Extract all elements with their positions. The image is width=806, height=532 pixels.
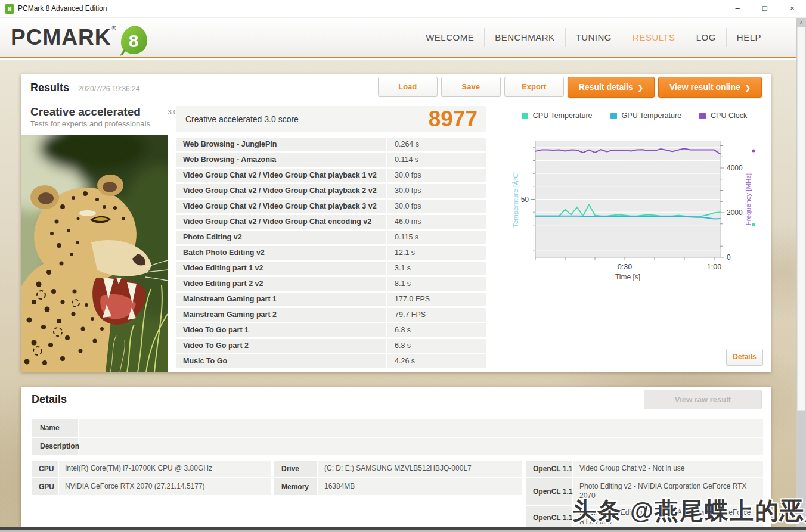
test-item-name: Photo Editing v2	[176, 231, 386, 244]
app-icon: 8	[5, 4, 14, 14]
test-header: 3.0 Creative accelerated Tests for exper…	[30, 105, 181, 128]
detail-label: Drive	[274, 461, 317, 477]
test-item-value: 79.7 FPS	[388, 308, 486, 322]
test-item-name: Video Editing part 1 v2	[176, 262, 386, 275]
details-button[interactable]: Details	[726, 349, 763, 366]
vertical-scrollbar[interactable]: ∧ ∨	[796, 18, 806, 527]
nav-item-welcome[interactable]: WELCOME	[416, 28, 484, 47]
minimize-button[interactable]: –	[724, 0, 751, 18]
export-button[interactable]: Export	[504, 77, 564, 97]
chevron-right-icon: ❯	[745, 84, 751, 91]
detail-row: GPUNVIDIA GeForce RTX 2070 (27.21.14.517…	[32, 478, 271, 495]
result-details-button[interactable]: Result details❯	[568, 77, 655, 98]
test-item-name: Mainstream Gaming part 2	[176, 308, 386, 322]
test-item-value: 8.1 s	[388, 277, 486, 291]
scrollbar-up-arrow[interactable]: ∧	[796, 18, 806, 27]
main-nav: WELCOMEBENCHMARKTUNINGRESULTSLOGHELP	[416, 18, 771, 57]
results-timestamp: 2020/7/26 19:36:24	[78, 85, 140, 93]
table-row: Web Browsing - JunglePin0.264 s	[176, 138, 486, 151]
legend-item: GPU Temperature	[610, 111, 682, 120]
svg-text:Frequency [MHz]: Frequency [MHz]	[745, 173, 752, 226]
results-card: Results 2020/7/26 19:36:24 Load Save Exp…	[21, 74, 771, 372]
leaf-8-icon: 8	[119, 25, 148, 58]
maximize-button[interactable]: □	[751, 0, 779, 18]
svg-text:Temperature [Â°C]: Temperature [Â°C]	[512, 171, 519, 228]
test-item-value: 30.0 fps	[388, 200, 486, 213]
system-column: CPUIntel(R) Core(TM) i7-10700K CPU @ 3.8…	[32, 461, 271, 496]
svg-text:1:00: 1:00	[707, 263, 721, 271]
window-bottom-edge-light	[0, 530, 806, 532]
detail-value: NVIDIA GeForce RTX 2070 (27.21.14.5177)	[59, 478, 271, 495]
table-row: Video Editing part 2 v28.1 s	[176, 277, 486, 291]
table-row: Video Group Chat v2 / Video Group Chat p…	[176, 200, 486, 213]
legend-item: CPU Temperature	[522, 111, 593, 120]
detail-value: Video Group Chat v2 - Not in use	[574, 461, 763, 477]
pcmark-logo: PCMARK ® 8	[11, 24, 148, 58]
logo-text: PCMARK	[11, 24, 111, 51]
table-row: Music To Go4.26 s	[176, 354, 486, 368]
results-title: Results	[30, 82, 69, 94]
pcmark-window: 8 PCMark 8 Advanced Edition – □ × PCMARK…	[0, 0, 806, 532]
legend-label: CPU Temperature	[533, 111, 593, 120]
detail-label: OpenCL 1.1	[526, 506, 572, 530]
leopard-image	[21, 135, 168, 372]
test-item-name: Video Group Chat v2 / Video Group Chat p…	[176, 169, 386, 182]
nav-item-tuning[interactable]: TUNING	[565, 28, 622, 47]
table-row: Mainstream Gaming part 1177.0 FPS	[176, 293, 486, 306]
test-item-name: Web Browsing - Amazonia	[176, 153, 386, 167]
score-value: 8977	[429, 107, 478, 132]
view-raw-result-button[interactable]: View raw result	[644, 390, 762, 409]
view-result-online-button[interactable]: View result online❯	[658, 77, 762, 98]
test-item-name: Web Browsing - JunglePin	[176, 138, 386, 151]
nav-item-help[interactable]: HELP	[726, 28, 771, 47]
nav-item-log[interactable]: LOG	[686, 28, 726, 47]
table-row: Video To Go part 16.8 s	[176, 323, 486, 337]
table-row: Video Group Chat v2 / Video Group Chat e…	[176, 215, 486, 229]
table-row: Video To Go part 26.8 s	[176, 339, 486, 353]
detail-row: Drive(C: D: E:) SAMSUNG MZVLB512HBJQ-000…	[274, 461, 522, 477]
save-button[interactable]: Save	[441, 77, 501, 97]
test-item-value: 12.1 s	[388, 246, 486, 260]
svg-text:2000: 2000	[727, 209, 743, 217]
storage-column: Drive(C: D: E:) SAMSUNG MZVLB512HBJQ-000…	[274, 461, 522, 496]
svg-text:Time [s]: Time [s]	[615, 273, 640, 281]
results-table: Web Browsing - JunglePin0.264 sWeb Brows…	[176, 138, 486, 370]
detail-value	[79, 438, 763, 455]
test-item-name: Video Group Chat v2 / Video Group Chat p…	[176, 184, 386, 198]
test-item-value: 6.8 s	[388, 323, 486, 337]
detail-row: Name	[32, 419, 763, 437]
detail-label: OpenCL 1.1	[526, 478, 572, 505]
chevron-right-icon: ❯	[638, 84, 643, 91]
app-header: PCMARK ® 8 WELCOMEBENCHMARKTUNINGRESULTS…	[0, 18, 806, 58]
detail-row: OpenCL 1.1Video Group Chat v2 - Not in u…	[526, 461, 763, 477]
test-item-value: 46.0 ms	[388, 215, 486, 229]
svg-text:0:30: 0:30	[618, 263, 632, 271]
detail-value: Intel(R) Core(TM) i7-10700K CPU @ 3.80GH…	[59, 461, 271, 477]
table-row: Batch Photo Editing v212.1 s	[176, 246, 486, 260]
svg-text:0: 0	[727, 253, 731, 262]
legend-swatch-icon	[522, 113, 528, 119]
table-row: Photo Editing v20.115 s	[176, 231, 486, 244]
detail-label: Description	[32, 438, 78, 455]
detail-label: Name	[32, 419, 78, 437]
test-item-value: 0.114 s	[388, 153, 486, 167]
detail-label: CPU	[32, 461, 58, 477]
legend-item: CPU Clock	[699, 111, 747, 120]
detail-value: (C: D: E:) SAMSUNG MZVLB512HBJQ-000L7	[318, 461, 522, 477]
nav-item-benchmark[interactable]: BENCHMARK	[484, 28, 565, 47]
test-item-value: 0.115 s	[388, 231, 486, 244]
test-item-value: 4.26 s	[388, 354, 486, 368]
test-item-name: Video Group Chat v2 / Video Group Chat e…	[176, 215, 386, 229]
close-button[interactable]: ×	[779, 0, 806, 18]
table-row: Web Browsing - Amazonia0.114 s	[176, 153, 486, 167]
test-item-name: Video To Go part 2	[176, 339, 386, 353]
score-label: Creative accelerated 3.0 score	[185, 114, 299, 124]
registered-mark: ®	[111, 25, 116, 32]
nav-item-results[interactable]: RESULTS	[622, 28, 686, 47]
scrollbar-thumb[interactable]	[797, 27, 805, 411]
test-item-name: Mainstream Gaming part 1	[176, 293, 386, 306]
legend-label: CPU Clock	[711, 111, 747, 120]
table-row: Video Group Chat v2 / Video Group Chat p…	[176, 184, 486, 198]
load-button[interactable]: Load	[378, 77, 438, 97]
detail-row: Memory16384MB	[274, 478, 522, 495]
